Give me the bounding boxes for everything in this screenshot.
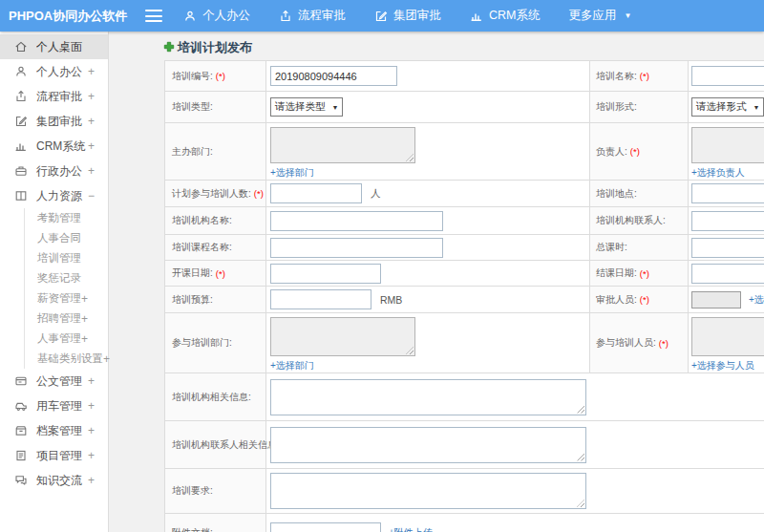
expand-plus-icon[interactable]: + bbox=[81, 312, 88, 326]
start-date-input[interactable] bbox=[270, 264, 381, 284]
chart-icon bbox=[470, 10, 483, 23]
select-participants-link[interactable]: +选择参与人员 bbox=[691, 359, 754, 372]
expand-plus-icon[interactable]: + bbox=[81, 292, 88, 306]
expand-plus-icon[interactable]: + bbox=[88, 474, 95, 487]
sidebar-subitem-hr-contract[interactable]: 人事合同 bbox=[25, 228, 108, 248]
expand-plus-icon[interactable]: + bbox=[88, 424, 95, 437]
select-approver-link[interactable]: +选择审批人员 bbox=[749, 293, 764, 307]
chart-icon bbox=[14, 139, 28, 153]
attachment-upload-link[interactable]: +附件上传 bbox=[389, 526, 433, 532]
training-type-select[interactable]: 请选择类型▼ bbox=[270, 97, 343, 117]
form-row-planned-count: 计划参与培训人数:(*) 人 培训地点: bbox=[165, 181, 764, 207]
select-department-link[interactable]: +选择部门 bbox=[270, 166, 314, 180]
expand-plus-icon[interactable]: + bbox=[88, 399, 95, 413]
course-name-input[interactable] bbox=[270, 238, 443, 258]
training-form-select[interactable]: 请选择形式▼ bbox=[691, 97, 764, 117]
sidebar-subitem-salary-management[interactable]: 薪资管理 + bbox=[25, 288, 108, 309]
top-navigation-bar: PHPOA协同办公软件 个人办公 流程审批 集团审批 bbox=[0, 0, 764, 32]
sidebar-subitem-training-management[interactable]: 培训管理 bbox=[25, 248, 108, 268]
resize-handle[interactable] bbox=[406, 154, 414, 161]
resize-handle[interactable] bbox=[577, 406, 584, 414]
top-menu: 个人办公 流程审批 集团审批 CRM系统 更多应用 bbox=[183, 8, 631, 24]
app-window: PHPOA协同办公软件 个人办公 流程审批 集团审批 bbox=[0, 0, 764, 532]
briefcase-icon bbox=[14, 164, 28, 178]
select-department-link[interactable]: +选择部门 bbox=[270, 359, 314, 372]
org-contact-info-textarea[interactable] bbox=[270, 427, 586, 463]
attachment-input[interactable] bbox=[270, 522, 381, 532]
sidebar-item-personal-desktop[interactable]: 个人桌面 bbox=[0, 34, 108, 59]
topmenu-crm-system[interactable]: CRM系统 bbox=[470, 8, 540, 24]
collapse-minus-icon[interactable]: − bbox=[88, 189, 95, 202]
topmenu-personal-office[interactable]: 个人办公 bbox=[183, 8, 250, 24]
training-no-input[interactable] bbox=[270, 66, 397, 86]
sidebar-item-group-approval[interactable]: 集团审批 + bbox=[0, 109, 108, 134]
expand-plus-icon[interactable]: + bbox=[88, 449, 95, 462]
expand-plus-icon[interactable]: + bbox=[103, 352, 110, 366]
budget-input[interactable] bbox=[270, 289, 371, 309]
car-icon bbox=[14, 399, 28, 413]
approver-readonly-box[interactable] bbox=[691, 291, 741, 309]
form-row-training-type: 培训类型: 请选择类型▼ 培训形式: 请选择形式▼ bbox=[165, 92, 764, 123]
sidebar-item-official-document[interactable]: 公文管理 + bbox=[0, 369, 108, 394]
resize-handle[interactable] bbox=[577, 454, 584, 461]
form-row-host-dept: 主办部门: +选择部门 负责人:(*) +选择负责人 bbox=[165, 123, 764, 181]
chat-icon bbox=[14, 474, 28, 487]
requirement-textarea[interactable] bbox=[270, 473, 586, 509]
currency-suffix: RMB bbox=[380, 294, 402, 306]
training-name-input[interactable] bbox=[691, 66, 764, 86]
sidebar-item-admin-office[interactable]: 行政办公 + bbox=[0, 159, 108, 183]
expand-plus-icon[interactable]: + bbox=[88, 65, 95, 78]
location-input[interactable] bbox=[691, 183, 764, 203]
form-row-training-no: 培训编号:(*) 培训名称:(*) bbox=[165, 61, 764, 92]
sidebar-item-human-resources[interactable]: 人力资源 − bbox=[0, 183, 108, 208]
resize-handle[interactable] bbox=[406, 347, 414, 354]
topmenu-more-apps[interactable]: 更多应用 ▼ bbox=[568, 8, 631, 24]
topmenu-group-approval[interactable]: 集团审批 bbox=[374, 8, 441, 24]
form-row-requirement: 培训要求: bbox=[165, 469, 764, 514]
expand-plus-icon[interactable]: + bbox=[88, 90, 95, 103]
sidebar-item-project-management[interactable]: 项目管理 + bbox=[0, 443, 108, 468]
leader-textarea[interactable] bbox=[691, 127, 764, 163]
sidebar-item-vehicle-management[interactable]: 用车管理 + bbox=[0, 394, 108, 418]
expand-plus-icon[interactable]: + bbox=[88, 164, 95, 178]
expand-plus-icon[interactable]: + bbox=[81, 332, 88, 346]
document-icon bbox=[14, 374, 28, 388]
sidebar-item-crm-system[interactable]: CRM系统 + bbox=[0, 134, 108, 159]
total-hours-input[interactable] bbox=[691, 238, 764, 258]
field-label: 培训类型: bbox=[172, 100, 213, 114]
select-arrow-icon: ▼ bbox=[753, 104, 760, 111]
sidebar-subitem-personnel[interactable]: 人事管理 + bbox=[25, 329, 108, 349]
sidebar-item-knowledge-exchange[interactable]: 知识交流 + bbox=[0, 468, 108, 493]
expand-plus-icon[interactable]: + bbox=[88, 374, 95, 388]
sidebar-item-workflow-approval[interactable]: 流程审批 + bbox=[0, 84, 108, 109]
field-label: 培训名称: bbox=[596, 70, 637, 83]
join-dept-textarea[interactable] bbox=[270, 317, 415, 356]
join-people-textarea[interactable] bbox=[691, 317, 764, 356]
end-date-input[interactable] bbox=[691, 264, 764, 284]
unit-suffix: 人 bbox=[371, 187, 381, 201]
host-dept-textarea[interactable] bbox=[270, 127, 415, 163]
hamburger-menu-icon[interactable] bbox=[145, 10, 162, 22]
sidebar-subitem-attendance[interactable]: 考勤管理 bbox=[25, 208, 108, 228]
green-plus-icon bbox=[163, 41, 175, 55]
sidebar-subitem-base-category[interactable]: 基础类别设置 + bbox=[25, 349, 108, 369]
edit-icon bbox=[14, 115, 28, 128]
expand-plus-icon[interactable]: + bbox=[88, 115, 95, 128]
sidebar-item-archive-management[interactable]: 档案管理 + bbox=[0, 418, 108, 443]
sidebar-subitem-reward-punishment[interactable]: 奖惩记录 bbox=[25, 268, 108, 288]
planned-count-input[interactable] bbox=[270, 183, 362, 203]
resize-handle[interactable] bbox=[577, 500, 584, 507]
org-contact-input[interactable] bbox=[691, 211, 764, 231]
expand-plus-icon[interactable]: + bbox=[88, 139, 95, 153]
user-icon bbox=[183, 10, 197, 23]
sidebar-item-personal-office[interactable]: 个人办公 + bbox=[0, 59, 108, 84]
caret-down-icon: ▼ bbox=[624, 11, 631, 20]
edit-icon bbox=[374, 10, 388, 23]
sidebar-subitem-recruitment[interactable]: 招聘管理 + bbox=[25, 309, 108, 329]
flow-icon bbox=[279, 10, 292, 23]
org-info-textarea[interactable] bbox=[270, 379, 586, 415]
org-name-input[interactable] bbox=[270, 211, 443, 231]
form-row-budget: 培训预算: RMB 审批人员:(*) +选择审批人员 bbox=[165, 287, 764, 313]
topmenu-workflow-approval[interactable]: 流程审批 bbox=[279, 8, 346, 24]
select-leader-link[interactable]: +选择负责人 bbox=[691, 166, 745, 180]
